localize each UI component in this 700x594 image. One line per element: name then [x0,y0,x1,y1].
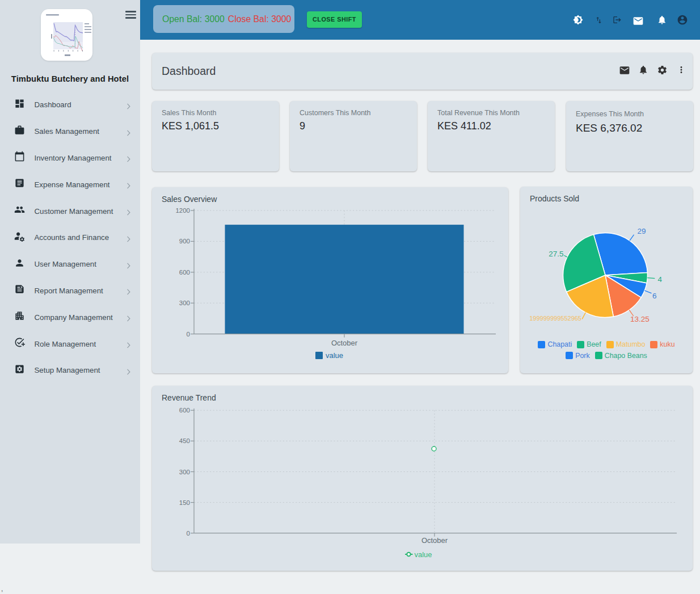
svg-text:29: 29 [637,227,646,235]
svg-text:1200: 1200 [175,207,190,214]
svg-text:450: 450 [179,437,190,444]
svg-text:October: October [331,339,358,347]
svg-text:13.25: 13.25 [630,315,650,323]
svg-text:6: 6 [652,292,657,300]
svg-text:4: 4 [658,275,663,284]
svg-text:October: October [421,536,448,545]
svg-text:600: 600 [179,407,190,414]
svg-text:0: 0 [187,530,190,537]
svg-text:600: 600 [179,269,190,276]
svg-text:value: value [326,351,343,360]
svg-text:300: 300 [179,300,190,306]
svg-text:value: value [415,550,432,559]
svg-text:0: 0 [187,331,190,338]
svg-text:27.5: 27.5 [549,250,563,258]
svg-text:300: 300 [179,469,190,475]
svg-text:150: 150 [179,499,190,506]
svg-text:22.0199999999552965: 22.0199999999552965 [529,315,581,322]
svg-text:900: 900 [179,238,190,245]
